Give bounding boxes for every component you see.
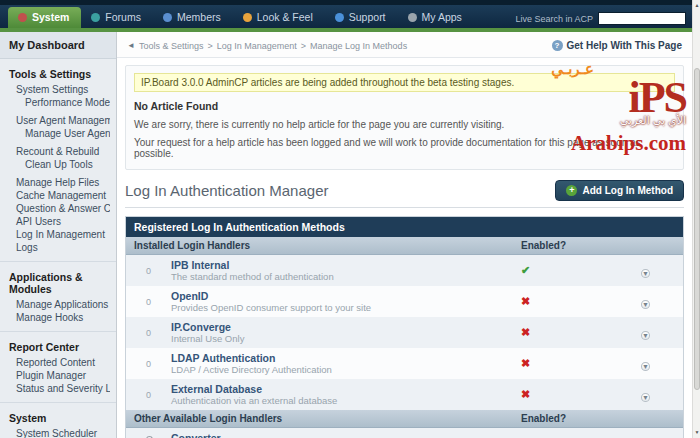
page-title: Log In Authentication Manager [125,182,328,199]
sidebar-section-report-center: Report Center Reported Content Plugin Ma… [0,331,116,397]
nav-tab-look-feel[interactable]: Look & Feel [233,7,325,28]
disabled-cross-icon: ✖ [521,388,530,400]
system-icon [18,13,27,22]
drag-handle-icon[interactable]: 0 [126,266,171,276]
action-column-header [641,240,683,251]
look-feel-icon [243,13,252,22]
row-text: External Database Authentication via an … [171,379,521,410]
row-title: OpenID [171,290,521,302]
sidebar-item-user-agent-management[interactable]: User Agent Management [6,114,110,127]
members-icon [163,13,172,22]
sidebar-item-logs[interactable]: Logs [6,241,110,254]
enabled-column-header: Enabled? [521,240,641,251]
sidebar-section-system: System System Scheduler Security Center … [0,402,116,438]
nav-tab-members[interactable]: Members [153,7,233,28]
row-description: Internal Use Only [171,333,521,344]
status-cell: ✖ [521,357,641,370]
sidebar-item-performance-mode[interactable]: Performance Mode [6,96,110,109]
drag-handle-icon[interactable]: 0 [126,297,171,307]
nav-tab-label: My Apps [422,11,462,23]
sidebar-item-question-answer-challenge[interactable]: Question & Answer Challenge [6,202,110,215]
sidebar-item-recount-rebuild[interactable]: Recount & Rebuild [6,145,110,158]
row-description: The standard method of authentication [171,271,521,282]
scroll-down-arrow-icon[interactable]: ▼ [693,428,700,437]
status-cell: ✔ [521,264,641,277]
nav-tab-my-apps[interactable]: My Apps [398,7,474,28]
scrollbar-thumb[interactable] [694,68,700,390]
get-help-link[interactable]: ? Get Help With This Page [552,40,682,51]
action-column-header [641,413,683,424]
disabled-cross-icon: ✖ [521,326,530,338]
row-title: LDAP Authentication [171,352,521,364]
page-title-bar: Log In Authentication Manager + Add Log … [125,180,684,208]
scroll-up-arrow-icon[interactable]: ▲ [693,1,700,10]
group-header-installed: Installed Login Handlers Enabled? [126,237,683,255]
no-article-title: No Article Found [134,100,675,112]
drag-handle-icon[interactable]: 0 [126,328,171,338]
row-options-dropdown-button[interactable]: ▼ [641,269,650,278]
sidebar-item-reported-content[interactable]: Reported Content [6,356,110,369]
nav-tab-support[interactable]: Support [325,7,398,28]
enabled-check-icon: ✔ [521,264,530,276]
drag-handle-icon[interactable]: 0 [126,359,171,369]
table-row-external-database: 0 External Database Authentication via a… [126,379,683,410]
sidebar-item-status-severity-levels[interactable]: Status and Severity Levels [6,382,110,395]
row-title: External Database [171,383,521,395]
status-cell: ✖ [521,295,641,308]
nav-tab-label: Members [177,11,221,23]
sidebar-section-applications-modules: Applications & Modules Manage Applicatio… [0,261,116,326]
nav-tab-forums[interactable]: Forums [81,7,153,28]
breadcrumb: ◄ Tools & Settings > Log In Management >… [127,41,407,51]
sidebar-item-clean-up-tools[interactable]: Clean Up Tools [6,158,110,171]
row-options-dropdown-button[interactable]: ▼ [641,300,650,309]
table-row-converter: Converter Login methods used following a… [126,428,683,438]
sidebar-item-system-scheduler[interactable]: System Scheduler [6,427,110,438]
support-icon [335,13,344,22]
plus-icon: + [566,185,577,196]
table-row-openid: 0 OpenID Provides OpenID consumer suppor… [126,286,683,317]
nav-tab-label: System [32,11,69,23]
my-apps-icon [408,13,417,22]
sidebar-item-api-users[interactable]: API Users [6,215,110,228]
row-options-dropdown-button[interactable]: ▼ [641,362,650,371]
nav-tab-system[interactable]: System [8,7,81,28]
row-options-dropdown-button[interactable]: ▼ [641,331,650,340]
live-search-input[interactable] [598,12,686,25]
breadcrumb-tools-settings[interactable]: Tools & Settings [139,41,204,51]
row-text: OpenID Provides OpenID consumer support … [171,286,521,317]
drag-handle-icon[interactable]: 0 [126,390,171,400]
sidebar-item-plugin-manager[interactable]: Plugin Manager [6,369,110,382]
row-options-dropdown-button[interactable]: ▼ [641,393,650,402]
table-row-ldap-authentication: 0 LDAP Authentication LDAP / Active Dire… [126,348,683,379]
sidebar-item-manage-user-agent-groups[interactable]: Manage User Agent Groups [6,127,110,140]
vertical-scrollbar[interactable]: ▲ ▼ [692,0,700,438]
row-description: Authentication via an external database [171,395,521,406]
breadcrumb-separator: > [207,41,212,51]
row-text: IP.Converge Internal Use Only [171,317,521,348]
nav-tab-label: Forums [105,11,141,23]
add-log-in-method-button[interactable]: + Add Log In Method [555,180,684,201]
sidebar-item-cache-management[interactable]: Cache Management [6,189,110,202]
breadcrumb-manage-log-in-methods[interactable]: Manage Log In Methods [310,41,407,51]
breadcrumb-log-in-management[interactable]: Log In Management [217,41,297,51]
forums-icon [91,13,100,22]
sidebar-item-manage-hooks[interactable]: Manage Hooks [6,311,110,324]
sidebar-item-my-dashboard[interactable]: My Dashboard [0,32,116,59]
sidebar-section-title: Applications & Modules [6,269,110,298]
row-title: IP.Converge [171,321,521,333]
row-text: Converter Login methods used following a… [171,428,521,438]
no-article-paragraph: We are sorry, there is currently no help… [134,119,675,130]
help-icon: ? [552,40,563,51]
group-header-other-available: Other Available Login Handlers Enabled? [126,410,683,428]
nav-tab-label: Look & Feel [257,11,313,23]
no-article-paragraph: Your request for a help article has been… [134,137,675,159]
sidebar-item-log-in-management[interactable]: Log In Management [6,228,110,241]
disabled-cross-icon: ✖ [521,357,530,369]
sidebar-section-title: Report Center [6,339,110,356]
table-row-ip-converge: 0 IP.Converge Internal Use Only ✖ ▼ [126,317,683,348]
sidebar: My Dashboard Tools & Settings System Set… [0,32,117,438]
back-arrow-icon[interactable]: ◄ [127,41,135,50]
sidebar-item-manage-applications-modules[interactable]: Manage Applications & Modules [6,298,110,311]
sidebar-item-system-settings[interactable]: System Settings [6,83,110,96]
sidebar-item-manage-help-files[interactable]: Manage Help Files [6,176,110,189]
